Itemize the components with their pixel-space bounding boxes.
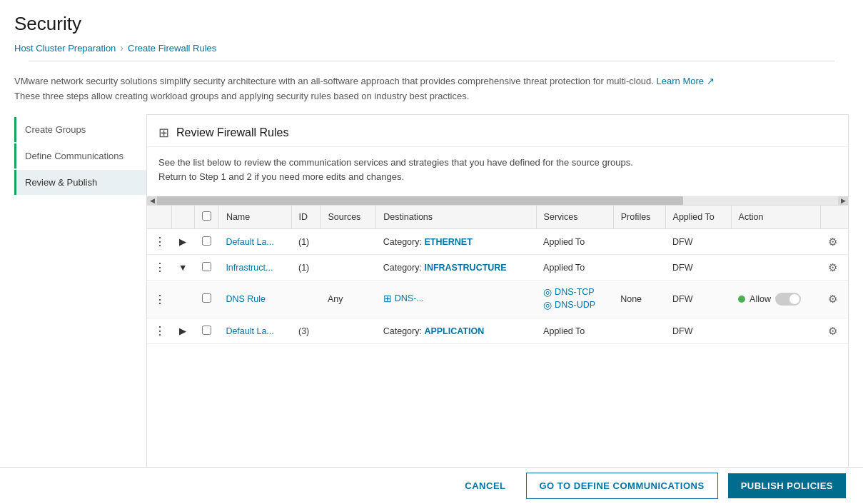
select-all-checkbox[interactable] bbox=[202, 211, 211, 221]
breadcrumb-create-firewall[interactable]: Create Firewall Rules bbox=[128, 43, 216, 54]
row3-id bbox=[291, 281, 321, 318]
content-title: Review Firewall Rules bbox=[176, 126, 288, 139]
th-id: ID bbox=[291, 206, 321, 229]
main-content: Create Groups Define Communications Revi… bbox=[0, 114, 863, 471]
row4-dots[interactable]: ⋮ bbox=[147, 318, 171, 344]
scroll-right-btn[interactable]: ▶ bbox=[838, 196, 848, 205]
th-sources: Sources bbox=[321, 206, 376, 229]
footer: CANCEL GO TO DEFINE COMMUNICATIONS PUBLI… bbox=[0, 467, 863, 504]
row1-destinations: Category: ETHERNET bbox=[376, 229, 536, 255]
table-row: ⋮ ▼ Infrastruct... (1) Category: INFRAST… bbox=[147, 255, 848, 281]
description-area: VMware network security solutions simpli… bbox=[0, 67, 863, 114]
content-area: ⊞ Review Firewall Rules See the list bel… bbox=[146, 114, 849, 471]
row2-action bbox=[731, 255, 820, 281]
row2-profiles bbox=[613, 255, 665, 281]
row4-services: Applied To bbox=[536, 318, 613, 344]
allow-dot bbox=[738, 296, 745, 303]
table-row: ⋮ DNS Rule Any ⊞ DNS-... bbox=[147, 281, 848, 318]
allow-label: Allow bbox=[750, 294, 771, 304]
row1-checkbox-input[interactable] bbox=[202, 236, 211, 246]
th-checkbox-col bbox=[194, 206, 218, 229]
row4-action bbox=[731, 318, 820, 344]
allow-toggle[interactable] bbox=[775, 293, 801, 306]
row2-id: (1) bbox=[291, 255, 321, 281]
th-gear bbox=[821, 206, 848, 229]
th-dots bbox=[147, 206, 171, 229]
row4-id: (3) bbox=[291, 318, 321, 344]
row1-name[interactable]: Default La... bbox=[218, 229, 291, 255]
firewall-rules-icon: ⊞ bbox=[158, 125, 169, 141]
row1-gear[interactable]: ⚙ bbox=[821, 229, 848, 255]
breadcrumb-separator: › bbox=[120, 42, 123, 54]
row4-gear[interactable]: ⚙ bbox=[821, 318, 848, 344]
breadcrumb: Host Cluster Preparation › Create Firewa… bbox=[14, 42, 849, 54]
define-communications-button[interactable]: GO TO DEFINE COMMUNICATIONS bbox=[526, 473, 718, 499]
learn-more-link[interactable]: Learn More ↗ bbox=[657, 76, 715, 86]
row3-services: ◎ DNS-TCP ◎ DNS-UDP bbox=[536, 281, 613, 318]
row4-destinations: Category: APPLICATION bbox=[376, 318, 536, 344]
th-profiles: Profiles bbox=[613, 206, 665, 229]
cancel-button[interactable]: CANCEL bbox=[455, 475, 515, 497]
row3-sources: Any bbox=[321, 281, 376, 318]
row3-expand bbox=[171, 281, 194, 318]
row4-sources bbox=[321, 318, 376, 344]
th-name: Name bbox=[218, 206, 291, 229]
row3-checkbox-input[interactable] bbox=[202, 293, 211, 303]
row3-applied-to: DFW bbox=[665, 281, 731, 318]
row4-profiles bbox=[613, 318, 665, 344]
sidebar-item-review-publish[interactable]: Review & Publish bbox=[14, 170, 146, 195]
sidebar-item-create-groups[interactable]: Create Groups bbox=[14, 117, 146, 142]
description-text-line1: VMware network security solutions simpli… bbox=[14, 76, 654, 86]
th-destinations: Destinations bbox=[376, 206, 536, 229]
th-services: Services bbox=[536, 206, 613, 229]
row4-name[interactable]: Default La... bbox=[218, 318, 291, 344]
row2-services: Applied To bbox=[536, 255, 613, 281]
row3-dots[interactable]: ⋮ bbox=[147, 281, 171, 318]
row2-checkbox-input[interactable] bbox=[202, 262, 211, 271]
row2-checkbox[interactable] bbox=[194, 255, 218, 281]
table-wrapper: ◀ ▶ Name ID Sourc bbox=[147, 196, 848, 344]
content-description: See the list below to review the communi… bbox=[147, 147, 848, 190]
row3-gear[interactable]: ⚙ bbox=[821, 281, 848, 318]
row3-destinations: ⊞ DNS-... bbox=[376, 281, 536, 318]
th-action: Action bbox=[731, 206, 820, 229]
breadcrumb-host-cluster[interactable]: Host Cluster Preparation bbox=[14, 43, 116, 54]
table-row: ⋮ ▶ Default La... (3) Category: APPLICAT… bbox=[147, 318, 848, 344]
row1-expand[interactable]: ▶ bbox=[171, 229, 194, 255]
row1-dots[interactable]: ⋮ bbox=[147, 229, 171, 255]
row1-action bbox=[731, 229, 820, 255]
rules-table: Name ID Sources Destinations Services Pr… bbox=[147, 205, 848, 344]
breadcrumb-divider bbox=[29, 61, 834, 61]
th-applied-to: Applied To bbox=[665, 206, 731, 229]
row4-expand[interactable]: ▶ bbox=[171, 318, 194, 344]
row2-expand[interactable]: ▼ bbox=[171, 255, 194, 281]
row3-checkbox[interactable] bbox=[194, 281, 218, 318]
row2-dots[interactable]: ⋮ bbox=[147, 255, 171, 281]
row2-gear[interactable]: ⚙ bbox=[821, 255, 848, 281]
row1-applied-to: DFW bbox=[665, 229, 731, 255]
scroll-left-btn[interactable]: ◀ bbox=[147, 196, 157, 205]
row4-checkbox-input[interactable] bbox=[202, 326, 211, 335]
row2-sources bbox=[321, 255, 376, 281]
content-desc-line2: Return to Step 1 and 2 if you need more … bbox=[158, 170, 837, 185]
content-header: ⊞ Review Firewall Rules bbox=[147, 115, 848, 147]
horizontal-scrollbar[interactable]: ◀ ▶ bbox=[147, 196, 848, 205]
row2-name[interactable]: Infrastruct... bbox=[218, 255, 291, 281]
publish-policies-button[interactable]: PUBLISH POLICIES bbox=[728, 473, 846, 498]
sidebar-item-define-communications[interactable]: Define Communications bbox=[14, 143, 146, 168]
description-text-line2: These three steps allow creating workloa… bbox=[14, 91, 469, 101]
page-title: Security bbox=[14, 13, 849, 35]
row4-checkbox[interactable] bbox=[194, 318, 218, 344]
row1-id: (1) bbox=[291, 229, 321, 255]
row3-action[interactable]: Allow bbox=[731, 281, 820, 318]
row3-name[interactable]: DNS Rule bbox=[218, 281, 291, 318]
row4-applied-to: DFW bbox=[665, 318, 731, 344]
table-header-row: Name ID Sources Destinations Services Pr… bbox=[147, 206, 848, 229]
scroll-thumb[interactable] bbox=[157, 196, 683, 205]
content-desc-line1: See the list below to review the communi… bbox=[158, 156, 837, 171]
row1-checkbox[interactable] bbox=[194, 229, 218, 255]
row2-destinations: Category: INFRASTRUCTURE bbox=[376, 255, 536, 281]
page-header: Security Host Cluster Preparation › Crea… bbox=[0, 0, 863, 67]
sidebar: Create Groups Define Communications Revi… bbox=[14, 114, 146, 471]
row3-profiles: None bbox=[613, 281, 665, 318]
